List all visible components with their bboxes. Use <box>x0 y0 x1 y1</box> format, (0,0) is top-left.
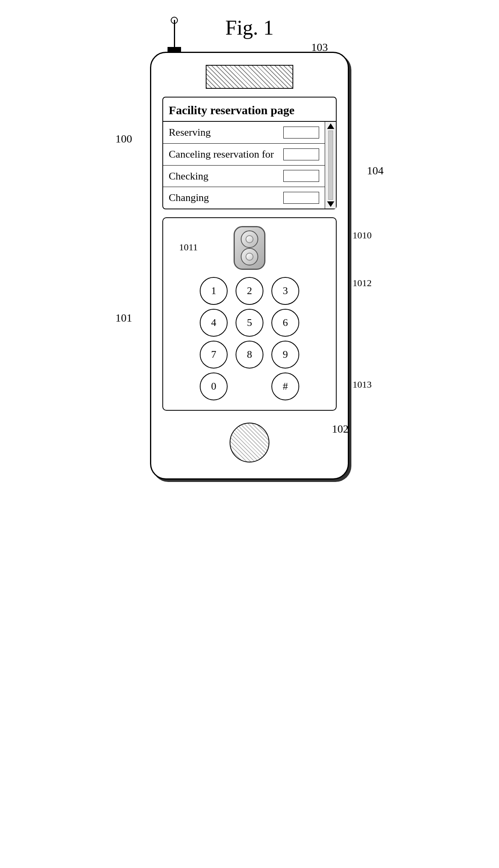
reserving-label: Reserving <box>169 126 283 139</box>
changing-label: Changing <box>169 191 283 205</box>
screen: Facility reservation page Reserving Canc… <box>162 97 337 209</box>
dir-btn-up-inner <box>246 235 253 243</box>
label-device: 100 <box>115 133 132 145</box>
key-3[interactable]: 3 <box>271 277 299 305</box>
number-keypad: 1 2 3 4 5 6 7 8 9 0 # <box>198 277 301 400</box>
dir-button-group <box>234 226 265 270</box>
antenna <box>174 20 175 48</box>
label-bottom-btn: 102 <box>332 423 349 435</box>
bottom-button[interactable] <box>230 423 269 462</box>
screen-row-changing[interactable]: Changing <box>163 187 325 209</box>
dir-btn-down[interactable] <box>241 248 258 265</box>
key-7[interactable]: 7 <box>200 341 228 369</box>
key-empty <box>236 373 263 400</box>
key-5[interactable]: 5 <box>236 309 263 337</box>
key-2[interactable]: 2 <box>236 277 263 305</box>
screen-row-canceling[interactable]: Canceling reservation for <box>163 144 325 166</box>
label-hash: 1013 <box>353 379 372 390</box>
device-wrapper: 100 104 101 103 Facility reservation pag… <box>150 52 349 480</box>
screen-row-reserving[interactable]: Reserving <box>163 122 325 144</box>
scroll-up-arrow[interactable] <box>327 123 334 129</box>
dir-btn-down-inner <box>246 253 253 261</box>
screen-items: Reserving Canceling reservation for Chec… <box>163 122 325 209</box>
screen-content: Reserving Canceling reservation for Chec… <box>163 122 336 209</box>
canceling-label: Canceling reservation for <box>169 148 283 161</box>
screen-header: Facility reservation page <box>163 98 336 122</box>
key-6[interactable]: 6 <box>271 309 299 337</box>
key-9[interactable]: 9 <box>271 341 299 369</box>
screen-row-checking[interactable]: Checking <box>163 166 325 187</box>
reserving-box[interactable] <box>283 127 319 138</box>
dir-btn-up[interactable] <box>241 230 258 248</box>
label-numpad: 1012 <box>353 278 372 289</box>
key-8[interactable]: 8 <box>236 341 263 369</box>
label-speaker: 103 <box>311 41 328 54</box>
label-scrollbar: 104 <box>367 164 384 177</box>
page-title: Fig. 1 <box>0 0 499 51</box>
checking-box[interactable] <box>283 170 319 182</box>
device-body: 100 104 101 103 Facility reservation pag… <box>150 52 349 480</box>
key-hash[interactable]: # <box>271 373 299 400</box>
key-4[interactable]: 4 <box>200 309 228 337</box>
changing-box[interactable] <box>283 192 319 204</box>
speaker-display <box>206 65 293 89</box>
scroll-track[interactable] <box>328 131 333 200</box>
key-1[interactable]: 1 <box>200 277 228 305</box>
checking-label: Checking <box>169 170 283 183</box>
canceling-box[interactable] <box>283 148 319 160</box>
label-dir-btn: 1010 <box>353 230 372 241</box>
key-0[interactable]: 0 <box>200 373 228 400</box>
scroll-down-arrow[interactable] <box>327 201 334 207</box>
keypad-area: 1010 1011 1012 1013 1 2 3 <box>162 217 337 411</box>
directional-buttons <box>171 226 328 270</box>
scrollbar[interactable] <box>325 122 336 209</box>
label-keypad: 101 <box>115 312 132 324</box>
